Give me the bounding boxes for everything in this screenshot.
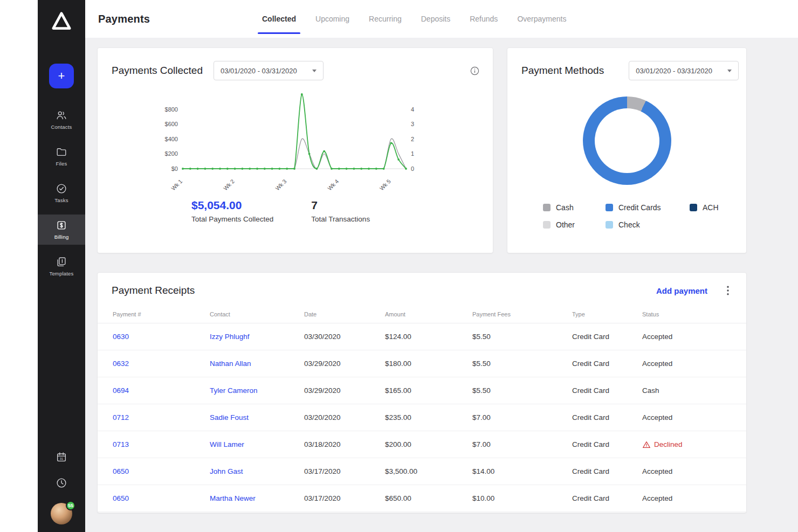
total-payments-stat: $5,054.00 Total Payments Collected	[191, 199, 273, 223]
contact-link[interactable]: Will Lamer	[210, 440, 244, 448]
fees-cell: $10.00	[472, 494, 572, 502]
table-row: 0694Tyler Cameron03/29/2020$165.00$5.50C…	[98, 377, 746, 404]
payment-methods-card: Payment Methods 03/01/2020 - 03/31/2020 …	[507, 47, 747, 253]
receipts-table-body: 0630Izzy Phlughf03/30/2020$124.00$5.50Cr…	[98, 323, 746, 512]
tasks-icon	[56, 183, 67, 195]
payments-collected-title: Payments Collected	[112, 65, 203, 77]
svg-text:Wk 2: Wk 2	[222, 178, 236, 192]
tab-refunds[interactable]: Refunds	[470, 0, 498, 38]
svg-text:$800: $800	[165, 106, 178, 113]
table-row: 0712Sadie Foust03/20/2020$235.00$7.00Cre…	[98, 404, 746, 431]
sidebar-item-label: Contacts	[51, 124, 72, 130]
payments-collected-card: Payments Collected 03/01/2020 - 03/31/20…	[97, 47, 493, 253]
contact-link[interactable]: Izzy Phlughf	[210, 333, 250, 341]
status-text: Accepted	[642, 333, 731, 341]
methods-date-range-select[interactable]: 03/01/2020 - 03/31/2020	[629, 61, 739, 80]
methods-date-range-value: 03/01/2020 - 03/31/2020	[636, 67, 712, 75]
contact-link[interactable]: John Gast	[210, 467, 243, 475]
sidebar-item-files[interactable]: Files	[38, 141, 85, 171]
tab-deposits[interactable]: Deposits	[421, 0, 450, 38]
amount-cell: $650.00	[385, 494, 472, 502]
svg-text:Wk 3: Wk 3	[274, 178, 288, 192]
svg-text:1: 1	[411, 150, 414, 157]
payment-number-link[interactable]: 0650	[113, 467, 129, 475]
date-cell: 03/17/2020	[304, 467, 385, 475]
collected-date-range-select[interactable]: 03/01/2020 - 03/31/2020	[214, 61, 324, 80]
contact-link[interactable]: Martha Newer	[210, 494, 256, 502]
files-icon	[56, 146, 67, 158]
contact-link[interactable]: Tyler Cameron	[210, 386, 258, 395]
payment-receipts-header: Payment Receipts Add payment	[98, 273, 746, 305]
status-text: Accepted	[642, 467, 731, 475]
contact-link[interactable]: Sadie Foust	[210, 413, 249, 422]
payment-number-link[interactable]: 0712	[113, 413, 129, 422]
notification-badge: 55	[66, 501, 75, 510]
total-transactions-value: 7	[311, 199, 370, 212]
svg-text:Wk 5: Wk 5	[378, 178, 392, 192]
page-title: Payments	[98, 13, 150, 25]
type-cell: Credit Card	[572, 386, 642, 395]
payment-methods-header: Payment Methods 03/01/2020 - 03/31/2020	[507, 48, 746, 80]
fees-cell: $5.50	[472, 386, 572, 395]
payment-methods-title: Payment Methods	[521, 65, 604, 77]
sidebar-item-templates[interactable]: Templates	[38, 251, 85, 281]
contacts-icon	[56, 109, 67, 121]
history-button[interactable]	[56, 477, 67, 489]
legend-swatch	[606, 221, 613, 229]
column-header: Payment Fees	[472, 311, 572, 317]
tab-overpayments[interactable]: Overpayments	[517, 0, 566, 38]
summary-cards-row: Payments Collected 03/01/2020 - 03/31/20…	[97, 47, 798, 253]
type-cell: Credit Card	[572, 333, 642, 341]
add-payment-button[interactable]: Add payment	[656, 286, 707, 295]
tab-upcoming[interactable]: Upcoming	[315, 0, 349, 38]
legend-label: Other	[556, 220, 575, 229]
payments-line-chart: $800$600$400$200$043210Wk 1Wk 2Wk 3Wk 4W…	[152, 88, 493, 198]
tab-collected[interactable]: Collected	[262, 0, 296, 38]
payment-number-link[interactable]: 0713	[113, 440, 129, 448]
date-cell: 03/30/2020	[304, 333, 385, 341]
user-avatar[interactable]: 55	[51, 503, 72, 524]
legend-label: Cash	[556, 203, 574, 212]
legend-label: Check	[618, 220, 640, 229]
total-transactions-stat: 7 Total Transactions	[311, 199, 370, 223]
payments-collected-header: Payments Collected 03/01/2020 - 03/31/20…	[98, 48, 493, 80]
column-header: Status	[642, 311, 731, 317]
payment-number-link[interactable]: 0630	[113, 333, 129, 341]
sidebar-item-tasks[interactable]: Tasks	[38, 178, 85, 208]
kebab-menu-icon[interactable]	[724, 285, 732, 296]
payment-receipts-card: Payment Receipts Add payment Payment #Co…	[97, 272, 747, 513]
payments-tabs: CollectedUpcomingRecurringDepositsRefund…	[262, 0, 566, 38]
payment-number-link[interactable]: 0650	[113, 494, 129, 502]
svg-text:3: 3	[411, 121, 414, 127]
chevron-down-icon	[312, 70, 317, 72]
sidebar-item-contacts[interactable]: Contacts	[38, 105, 85, 135]
date-cell: 03/18/2020	[304, 440, 385, 448]
create-new-button[interactable]: +	[49, 64, 74, 88]
tab-recurring[interactable]: Recurring	[369, 0, 402, 38]
sidebar-item-billing[interactable]: Billing	[38, 215, 85, 245]
app-logo-icon[interactable]	[51, 11, 72, 31]
amount-cell: $200.00	[385, 440, 472, 448]
legend-label: Credit Cards	[618, 203, 661, 212]
sidebar-bottom: 31 55	[51, 451, 72, 532]
legend-label: ACH	[703, 203, 719, 212]
status-declined: Declined	[642, 440, 731, 449]
amount-cell: $235.00	[385, 413, 472, 422]
legend-item-check: Check	[606, 220, 690, 229]
billing-icon	[56, 219, 67, 231]
svg-text:Wk 1: Wk 1	[170, 178, 184, 192]
payment-number-link[interactable]: 0632	[113, 360, 129, 368]
type-cell: Credit Card	[572, 360, 642, 368]
contact-link[interactable]: Nathan Allan	[210, 360, 251, 368]
legend-item-cash: Cash	[543, 203, 606, 212]
calendar-button[interactable]: 31	[56, 451, 67, 463]
date-cell: 03/20/2020	[304, 413, 385, 422]
payment-number-link[interactable]: 0694	[113, 386, 129, 395]
topbar: Payments CollectedUpcomingRecurringDepos…	[85, 0, 798, 38]
info-icon[interactable]	[470, 66, 480, 76]
column-header: Date	[304, 311, 385, 317]
column-header: Contact	[210, 311, 304, 317]
column-header: Amount	[385, 311, 472, 317]
legend-swatch	[543, 204, 551, 211]
type-cell: Credit Card	[572, 494, 642, 502]
